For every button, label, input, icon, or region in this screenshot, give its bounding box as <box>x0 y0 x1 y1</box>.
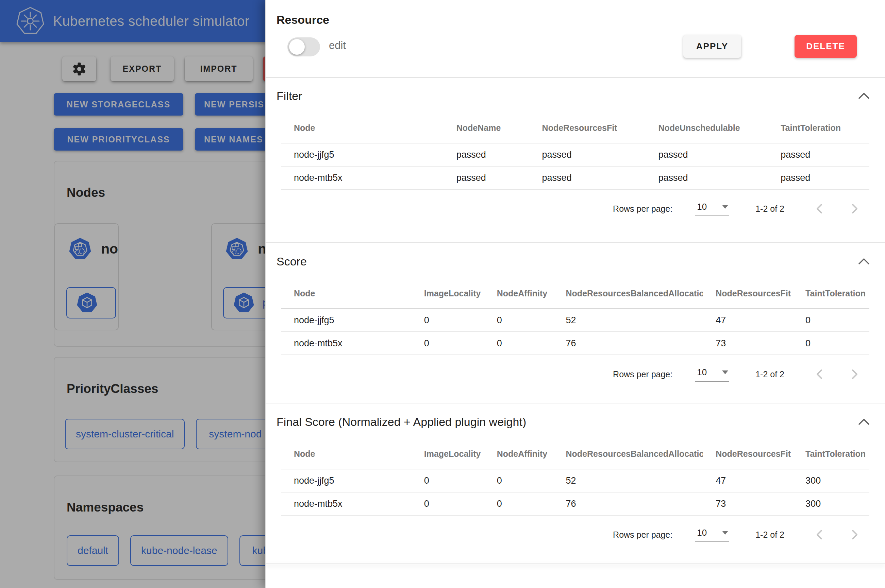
page-range-label: 1-2 of 2 <box>756 530 784 540</box>
column-header[interactable]: NodeUnschedulable <box>646 123 768 133</box>
table-header-row: NodeImageLocalityNodeAffinityNodeResourc… <box>281 439 869 470</box>
column-header[interactable]: TaintToleration <box>793 449 869 459</box>
apply-button[interactable]: APPLY <box>683 35 741 58</box>
table-cell: 0 <box>412 315 484 326</box>
table-cell: 73 <box>703 338 793 349</box>
table-cell: 52 <box>553 315 703 326</box>
table-cell: 300 <box>793 476 869 486</box>
column-header[interactable]: NodeName <box>444 123 530 133</box>
table-row: node-jjfg5passedpassedpassedpassed <box>281 143 869 166</box>
table-cell: node-jjfg5 <box>281 476 412 486</box>
chevron-left-icon <box>813 368 826 381</box>
chevron-right-icon <box>847 528 861 542</box>
table-cell: 0 <box>412 476 484 486</box>
table-cell: 0 <box>484 315 553 326</box>
table-row: node-jjfg50052470 <box>281 309 869 332</box>
column-header[interactable]: TaintToleration <box>768 123 869 133</box>
next-page-button[interactable] <box>847 201 862 216</box>
edit-toggle-label: edit <box>329 39 346 52</box>
table-cell: node-jjfg5 <box>281 150 444 160</box>
table-cell: 0 <box>484 476 553 486</box>
resource-definition-title: Resource Definition <box>276 586 408 588</box>
table-cell: 52 <box>553 476 703 486</box>
chevron-up-icon <box>858 257 870 266</box>
column-header[interactable]: NodeAffinity <box>484 288 553 298</box>
table-cell: 300 <box>793 499 869 509</box>
edit-toggle[interactable] <box>287 38 320 56</box>
filter-pagination: Rows per page: 10 1-2 of 2 <box>266 198 869 219</box>
edit-toggle-knob <box>289 39 305 55</box>
table-cell: node-jjfg5 <box>281 315 412 326</box>
table-cell: passed <box>444 150 530 160</box>
chevron-up-icon <box>858 417 870 426</box>
table-cell: passed <box>646 172 768 183</box>
table-cell: passed <box>530 172 646 183</box>
table-cell: 0 <box>412 499 484 509</box>
table-cell: 76 <box>553 499 703 509</box>
collapse-final-score-button[interactable] <box>856 417 871 427</box>
collapse-filter-button[interactable] <box>856 91 871 101</box>
table-cell: passed <box>768 150 869 160</box>
column-header[interactable]: NodeResourcesBalancedAllocation <box>553 288 703 298</box>
column-header[interactable]: NodeResourcesBalancedAllocation <box>553 449 703 459</box>
table-cell: passed <box>530 150 646 160</box>
table-cell: passed <box>444 172 530 183</box>
table-cell: passed <box>768 172 869 183</box>
prev-page-button[interactable] <box>812 201 827 216</box>
column-header[interactable]: NodeAffinity <box>484 449 553 459</box>
drawer-title: Resource <box>276 13 329 27</box>
table-cell: 47 <box>703 315 793 326</box>
table-cell: passed <box>646 150 768 160</box>
chevron-right-icon <box>847 368 861 381</box>
rows-per-page-label: Rows per page: <box>613 530 672 540</box>
column-header[interactable]: NodeResourcesFit <box>530 123 646 133</box>
filter-section: Filter NodeNodeNameNodeResourcesFitNodeU… <box>266 78 885 242</box>
collapse-score-button[interactable] <box>856 256 871 267</box>
score-pagination: Rows per page: 10 1-2 of 2 <box>266 364 869 384</box>
table-cell: 73 <box>703 499 793 509</box>
final-score-pagination: Rows per page: 10 1-2 of 2 <box>266 525 869 545</box>
rows-per-page-select[interactable]: 10 <box>695 367 729 382</box>
table-header-row: NodeImageLocalityNodeAffinityNodeResourc… <box>281 278 869 309</box>
table-header-row: NodeNodeNameNodeResourcesFitNodeUnschedu… <box>281 113 869 143</box>
rows-per-page-label: Rows per page: <box>613 204 672 214</box>
table-cell: node-mtb5x <box>281 172 444 183</box>
delete-button[interactable]: DELETE <box>795 35 857 58</box>
prev-page-button[interactable] <box>812 527 827 542</box>
column-header[interactable]: Node <box>281 288 412 298</box>
table-cell: 47 <box>703 476 793 486</box>
table-cell: node-mtb5x <box>281 499 412 509</box>
filter-section-title: Filter <box>276 89 302 103</box>
column-header[interactable]: ImageLocality <box>412 449 484 459</box>
final-score-section: Final Score (Normalized + Applied plugin… <box>266 403 885 564</box>
table-cell: 76 <box>553 338 703 349</box>
table-cell: 0 <box>412 338 484 349</box>
rows-per-page-value: 10 <box>697 528 707 538</box>
chevron-left-icon <box>813 528 826 542</box>
table-cell: 0 <box>484 499 553 509</box>
column-header[interactable]: Node <box>281 123 444 133</box>
column-header[interactable]: NodeResourcesFit <box>703 288 793 298</box>
rows-per-page-select[interactable]: 10 <box>695 201 729 216</box>
table-cell: 0 <box>793 315 869 326</box>
next-page-button[interactable] <box>847 367 862 382</box>
resource-detail-drawer: Resource edit APPLY DELETE Filter NodeNo… <box>265 0 885 588</box>
chevron-left-icon <box>813 202 826 216</box>
filter-table: NodeNodeNameNodeResourcesFitNodeUnschedu… <box>281 113 869 190</box>
column-header[interactable]: TaintToleration <box>793 288 869 298</box>
rows-per-page-label: Rows per page: <box>613 369 672 379</box>
kubernetes-scheduler-simulator-screen: Kubernetes scheduler simulator EXPORT IM… <box>0 0 885 588</box>
page-range-label: 1-2 of 2 <box>756 204 784 214</box>
rows-per-page-select[interactable]: 10 <box>695 528 729 542</box>
table-cell: node-mtb5x <box>281 338 412 349</box>
column-header[interactable]: ImageLocality <box>412 288 484 298</box>
score-table: NodeImageLocalityNodeAffinityNodeResourc… <box>281 278 869 355</box>
column-header[interactable]: Node <box>281 449 412 459</box>
prev-page-button[interactable] <box>812 367 827 382</box>
column-header[interactable]: NodeResourcesFit <box>703 449 793 459</box>
table-row: node-mtb5xpassedpassedpassedpassed <box>281 166 869 190</box>
chevron-up-icon <box>858 92 870 100</box>
page-range-label: 1-2 of 2 <box>756 369 784 379</box>
next-page-button[interactable] <box>847 527 862 542</box>
rows-per-page-value: 10 <box>697 367 707 378</box>
